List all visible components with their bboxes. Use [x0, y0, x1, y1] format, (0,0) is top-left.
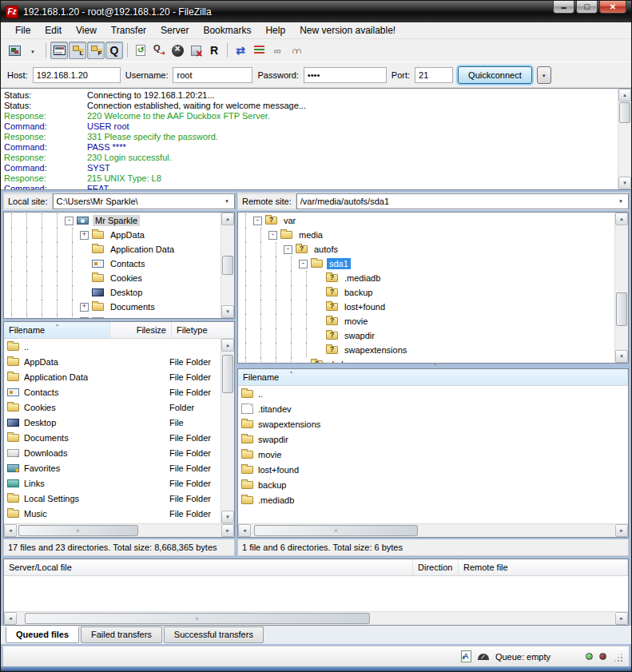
toggle-queue-button[interactable] — [105, 42, 123, 59]
remote-tree-item-autofs[interactable]: autofs — [238, 242, 614, 256]
local-tree-vertical-scrollbar[interactable] — [221, 213, 234, 318]
maximize-button[interactable] — [576, 1, 598, 14]
reconnect-button[interactable] — [205, 42, 223, 59]
file-row[interactable]: AppDataFile Folder — [4, 354, 234, 369]
local-tree-item-mr-sparkle[interactable]: Mr Sparkle — [4, 213, 220, 228]
quickconnect-button[interactable]: Quickconnect — [458, 66, 532, 84]
process-queue-button[interactable] — [150, 42, 168, 59]
scroll-up-arrow[interactable] — [615, 213, 628, 225]
local-list-vertical-scrollbar[interactable] — [221, 339, 234, 523]
remote-tree-item-sda1[interactable]: sda1 — [238, 256, 614, 271]
speed-limits-icon[interactable] — [478, 654, 489, 660]
column-header-filename[interactable]: Filename — [4, 322, 110, 338]
file-row[interactable]: ContactsFile Folder — [4, 384, 234, 400]
scroll-right-arrow[interactable] — [615, 612, 628, 625]
collapse-icon[interactable] — [299, 260, 308, 268]
collapse-icon[interactable] — [253, 217, 262, 225]
minimize-button[interactable] — [553, 1, 574, 14]
title-bar[interactable]: Fz 192.168.1.20 - root@192.168.1.20 - Fi… — [1, 1, 631, 22]
scrollbar-thumb[interactable] — [222, 256, 233, 275]
site-manager-dropdown-button[interactable] — [24, 42, 42, 59]
collapse-icon[interactable] — [284, 245, 292, 254]
resize-grip[interactable] — [613, 652, 622, 662]
file-row[interactable]: .. — [238, 386, 628, 401]
remote-tree-item-backup[interactable]: backup — [238, 285, 614, 300]
file-row[interactable]: Application DataFile Folder — [4, 369, 234, 384]
username-input[interactable] — [173, 67, 252, 83]
file-row[interactable]: Local SettingsFile Folder — [4, 491, 234, 506]
local-tree-item-downloads[interactable]: Downloads — [4, 314, 220, 319]
menu-file[interactable]: File — [9, 23, 37, 38]
remote-tree-item-dvd[interactable]: dvd — [238, 357, 614, 364]
disconnect-button[interactable] — [187, 42, 205, 59]
file-row[interactable]: MusicFile Folder — [4, 506, 234, 521]
scrollbar-thumb[interactable] — [222, 355, 233, 393]
scroll-up-arrow[interactable] — [618, 89, 631, 101]
menu-bookmarks[interactable]: Bookmarks — [197, 23, 257, 38]
file-row[interactable]: lost+found — [238, 462, 628, 477]
find-files-button[interactable] — [287, 42, 304, 59]
collapse-icon[interactable] — [65, 217, 74, 225]
local-tree-item-contacts[interactable]: Contacts — [4, 256, 220, 271]
remote-tree-item-lost-found[interactable]: lost+found — [238, 300, 614, 314]
menu-view[interactable]: View — [70, 23, 103, 38]
local-tree-item-cookies[interactable]: Cookies — [4, 271, 220, 285]
tab-failed-transfers[interactable]: Failed transfers — [81, 626, 162, 643]
file-row[interactable]: DesktopFile — [4, 415, 234, 430]
scroll-up-arrow[interactable] — [221, 213, 234, 225]
file-row[interactable]: DocumentsFile Folder — [4, 430, 234, 445]
site-manager-button[interactable] — [6, 42, 23, 59]
remote-tree-item-var[interactable]: var — [238, 213, 614, 228]
host-input[interactable] — [33, 67, 121, 83]
file-row[interactable]: swapdir — [238, 431, 628, 447]
file-row[interactable]: LinksFile Folder — [4, 475, 234, 491]
log-vertical-scrollbar[interactable] — [618, 89, 631, 189]
expand-icon[interactable] — [80, 317, 89, 320]
menu-transfer[interactable]: Transfer — [105, 23, 153, 38]
file-row[interactable]: swapextensions — [238, 416, 628, 431]
file-row[interactable]: CookiesFolder — [4, 400, 234, 415]
directory-comparison-button[interactable] — [232, 42, 249, 59]
scroll-right-arrow[interactable] — [615, 524, 628, 537]
menu-help[interactable]: Help — [259, 23, 292, 38]
quickconnect-dropdown-button[interactable] — [537, 66, 551, 84]
toggle-local-tree-button[interactable] — [69, 42, 86, 59]
file-row[interactable]: DownloadsFile Folder — [4, 445, 234, 460]
scroll-down-arrow[interactable] — [615, 350, 628, 363]
port-input[interactable] — [415, 67, 453, 83]
scroll-down-arrow[interactable] — [221, 305, 234, 318]
local-site-combobox[interactable]: C:\Users\Mr Sparkle\ ▼ — [53, 193, 235, 209]
local-tree-item-application-data[interactable]: Application Data — [4, 242, 220, 256]
link-button[interactable] — [268, 42, 286, 59]
scrollbar-thumb[interactable] — [18, 525, 138, 536]
scrollbar-thumb[interactable] — [616, 292, 627, 326]
local-tree-item-desktop[interactable]: Desktop — [4, 285, 220, 300]
scroll-left-arrow[interactable] — [4, 524, 17, 537]
scroll-right-arrow[interactable] — [221, 524, 234, 537]
column-header-remote-file[interactable]: Remote file — [459, 559, 628, 575]
refresh-button[interactable] — [132, 42, 149, 59]
file-row[interactable]: FavoritesFile Folder — [4, 460, 234, 475]
expand-icon[interactable] — [80, 303, 89, 312]
remote-tree-vertical-scrollbar[interactable] — [614, 213, 628, 363]
expand-icon[interactable] — [80, 231, 89, 240]
file-row[interactable]: .mediadb — [238, 492, 628, 507]
remote-tree-item-mediadb[interactable]: .mediadb — [238, 271, 614, 285]
menu-new-version[interactable]: New version available! — [293, 23, 402, 38]
cancel-operation-button[interactable] — [169, 42, 186, 59]
scroll-left-arrow[interactable] — [238, 524, 251, 537]
file-row[interactable]: movie — [238, 447, 628, 462]
menu-server[interactable]: Server — [154, 23, 195, 38]
toggle-remote-tree-button[interactable] — [87, 42, 105, 59]
menu-edit[interactable]: Edit — [38, 23, 68, 38]
column-header-filetype[interactable]: Filetype — [172, 322, 234, 338]
scrollbar-thumb[interactable] — [25, 613, 370, 624]
synchronized-browsing-button[interactable] — [250, 42, 268, 59]
toggle-message-log-button[interactable] — [50, 42, 68, 59]
scrollbar-thumb[interactable] — [254, 525, 418, 536]
scroll-up-arrow[interactable] — [221, 339, 234, 352]
chevron-down-icon[interactable]: ▼ — [221, 196, 233, 207]
remote-tree-item-swapextensions[interactable]: swapextensions — [238, 343, 614, 357]
column-header-server-local-file[interactable]: Server/Local file — [4, 559, 413, 575]
chevron-down-icon[interactable]: ▼ — [615, 196, 626, 207]
